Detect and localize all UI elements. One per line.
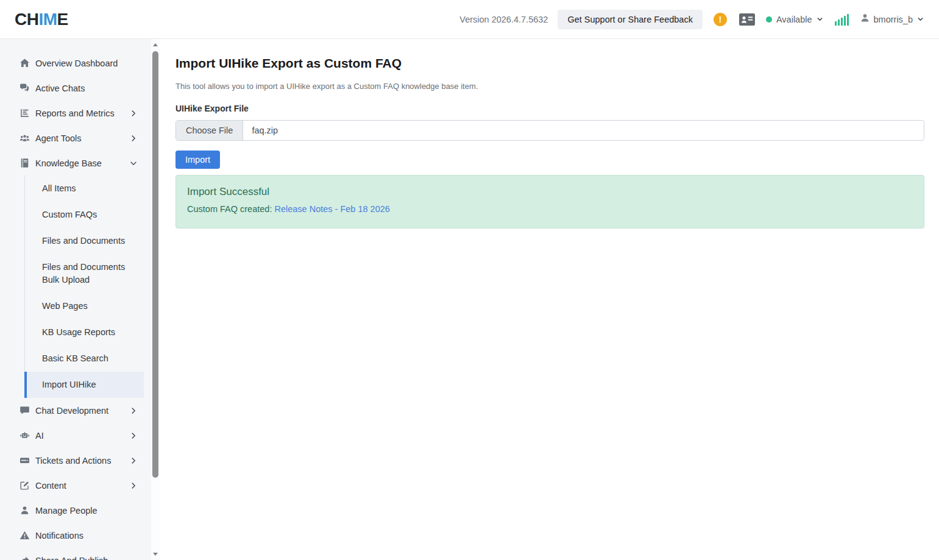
chime-logo[interactable]: CHIME <box>15 10 68 29</box>
submenu-item-import-uihike-active[interactable]: Import UIHike <box>24 372 144 398</box>
warning-triangle-icon <box>19 530 30 541</box>
page-title: Import UIHike Export as Custom FAQ <box>175 56 924 71</box>
alert-title: Import Successful <box>187 186 913 198</box>
submenu-item-basic-kb-search[interactable]: Basic KB Search <box>24 346 144 372</box>
logo-part-blue: IM <box>38 10 57 29</box>
chevron-right-icon <box>129 109 138 118</box>
logo-part-dark1: CH <box>15 10 38 29</box>
robot-icon <box>19 430 30 441</box>
sidebar-item-label: Manage People <box>35 506 97 516</box>
chevron-down-icon <box>916 15 924 23</box>
submenu-item-files-and-documents-bulk-upload[interactable]: Files and Documents Bulk Upload <box>24 254 144 293</box>
status-green-dot-icon <box>766 16 772 23</box>
submenu-item-custom-faqs[interactable]: Custom FAQs <box>24 202 144 228</box>
sidebar-item-manage-people[interactable]: Manage People <box>0 498 151 523</box>
share-arrow-icon <box>19 555 30 560</box>
main-content: Import UIHike Export as Custom FAQ This … <box>160 39 939 560</box>
pencil-square-icon <box>19 480 30 491</box>
chevron-right-icon <box>129 431 138 440</box>
person-icon <box>19 505 30 516</box>
warning-exclamation-icon[interactable]: ! <box>714 13 727 26</box>
sidebar-item-chat-development[interactable]: Chat Development <box>0 398 151 423</box>
contact-card-icon[interactable] <box>739 13 755 26</box>
import-success-alert: Import Successful Custom FAQ created: Re… <box>175 175 924 229</box>
sidebar-item-label: Chat Development <box>35 406 108 416</box>
import-button[interactable]: Import <box>175 151 220 169</box>
submenu-item-kb-usage-reports[interactable]: KB Usage Reports <box>24 319 144 346</box>
chevron-right-icon <box>129 406 138 415</box>
sidebar-item-label: Overview Dashboard <box>35 58 118 68</box>
sidebar-item-reports-and-metrics[interactable]: Reports and Metrics <box>0 101 151 126</box>
scrollbar-up-arrow[interactable] <box>153 43 158 46</box>
chevron-down-icon <box>129 159 138 168</box>
chevron-right-icon <box>129 481 138 490</box>
sidebar-item-share-and-publish[interactable]: Share And Publish <box>0 548 151 560</box>
file-field-label: UIHike Export File <box>175 104 924 113</box>
alert-message-prefix: Custom FAQ created: <box>187 204 274 214</box>
sidebar-item-label: Notifications <box>35 531 83 541</box>
top-header: CHIME Version 2026.4.7.5632 Get Support … <box>0 0 939 39</box>
sidebar-item-label: AI <box>35 431 44 441</box>
sidebar-item-ai[interactable]: AI <box>0 423 151 448</box>
chat-icon <box>19 405 30 416</box>
sidebar-item-label: Agent Tools <box>35 133 82 143</box>
chat-dots-icon <box>19 83 30 93</box>
submenu-item-all-items[interactable]: All Items <box>24 175 144 202</box>
username-label: bmorris_b <box>874 15 913 24</box>
sidebar-nav: Overview Dashboard Active Chats Reports … <box>0 39 151 560</box>
availability-dropdown[interactable]: Available <box>766 15 824 24</box>
selected-filename: faq.zip <box>243 121 278 140</box>
chevron-right-icon <box>129 456 138 465</box>
sidebar-item-label: Knowledge Base <box>35 158 102 168</box>
scrollbar-thumb[interactable] <box>152 51 158 478</box>
user-person-icon <box>860 13 870 26</box>
user-menu[interactable]: bmorris_b <box>860 13 924 26</box>
created-faq-link[interactable]: Release Notes - Feb 18 2026 <box>274 204 389 214</box>
logo-part-dark2: E <box>57 10 68 29</box>
version-label: Version 2026.4.7.5632 <box>459 15 548 24</box>
sidebar-item-label: Tickets and Actions <box>35 456 111 466</box>
sidebar-item-label: Share And Publish <box>35 556 108 560</box>
scrollbar-down-arrow[interactable] <box>153 553 158 556</box>
get-support-button[interactable]: Get Support or Share Feedback <box>558 10 703 29</box>
sidebar-item-tickets-and-actions[interactable]: Tickets and Actions <box>0 448 151 473</box>
bar-chart-icon <box>19 108 30 118</box>
uihike-file-input[interactable]: Choose File faq.zip <box>175 120 924 141</box>
knowledge-base-submenu: All Items Custom FAQs Files and Document… <box>0 175 151 398</box>
sidebar-item-knowledge-base[interactable]: Knowledge Base <box>0 151 151 175</box>
chevron-right-icon <box>129 134 138 143</box>
signal-strength-icon[interactable] <box>835 13 849 26</box>
sidebar-scrollbar[interactable] <box>151 39 160 560</box>
ticket-icon <box>19 455 30 466</box>
submenu-item-files-and-documents[interactable]: Files and Documents <box>24 228 144 254</box>
choose-file-button[interactable]: Choose File <box>176 121 243 140</box>
availability-label: Available <box>776 15 812 24</box>
sidebar-item-overview-dashboard[interactable]: Overview Dashboard <box>0 51 151 76</box>
alert-message: Custom FAQ created: Release Notes - Feb … <box>187 204 913 214</box>
sidebar-item-notifications[interactable]: Notifications <box>0 523 151 548</box>
sidebar-item-active-chats[interactable]: Active Chats <box>0 76 151 101</box>
sidebar-item-label: Active Chats <box>35 83 85 93</box>
sidebar-item-label: Content <box>35 481 66 491</box>
sidebar-item-label: Reports and Metrics <box>35 108 115 118</box>
sidebar-item-agent-tools[interactable]: Agent Tools <box>0 126 151 151</box>
page-description: This tool allows you to import a UIHike … <box>175 82 924 91</box>
submenu-item-web-pages[interactable]: Web Pages <box>24 293 144 319</box>
home-icon <box>19 58 30 68</box>
sidebar-item-content[interactable]: Content <box>0 473 151 498</box>
book-icon <box>19 158 30 168</box>
people-group-icon <box>19 133 30 143</box>
chevron-down-icon <box>816 15 824 23</box>
